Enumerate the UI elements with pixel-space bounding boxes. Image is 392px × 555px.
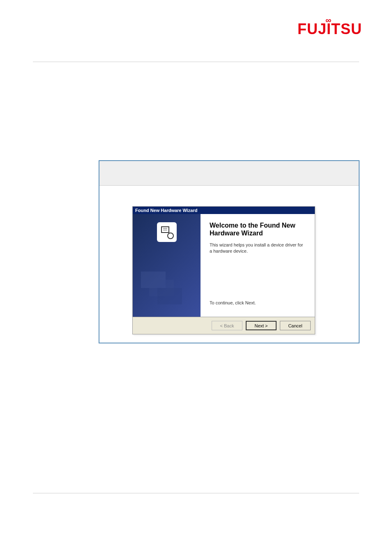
hardware-icon <box>157 222 177 242</box>
bottom-divider <box>33 493 359 493</box>
wizard-window: Found New Hardware Wizard <box>132 206 315 334</box>
wizard-content: Welcome to the Found New Hardware Wizard… <box>133 214 315 317</box>
wizard-continue-text: To continue, click Next. <box>210 300 306 305</box>
wizard-titlebar: Found New Hardware Wizard <box>133 207 315 214</box>
content-box: Found New Hardware Wizard <box>99 160 360 343</box>
wizard-heading: Welcome to the Found New Hardware Wizard <box>210 221 306 237</box>
content-body: Found New Hardware Wizard <box>99 186 359 343</box>
cancel-button[interactable]: Cancel <box>280 321 311 330</box>
content-header <box>99 161 359 186</box>
fujitsu-logo: ∞ FUJITSU <box>297 21 359 38</box>
wizard-sidebar <box>133 214 201 317</box>
svg-rect-0 <box>161 227 169 233</box>
wizard-description: This wizard helps you install a device d… <box>210 242 306 254</box>
infinity-icon: ∞ <box>325 16 332 25</box>
back-button: < Back <box>212 321 242 330</box>
wizard-main: Welcome to the Found New Hardware Wizard… <box>201 214 315 317</box>
top-divider <box>33 62 359 62</box>
wizard-button-bar: < Back Next > Cancel <box>133 317 315 334</box>
svg-point-1 <box>168 233 173 239</box>
sidebar-graphic <box>137 259 194 309</box>
svg-rect-6 <box>157 288 182 304</box>
next-button[interactable]: Next > <box>246 321 277 330</box>
